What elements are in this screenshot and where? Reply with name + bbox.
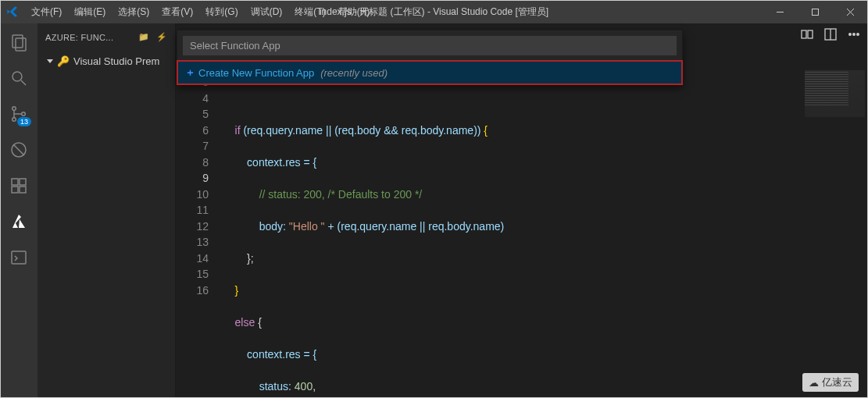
- svg-rect-19: [808, 30, 813, 38]
- azure-icon[interactable]: [8, 211, 30, 233]
- svg-point-8: [13, 107, 16, 111]
- terminal-panel-icon[interactable]: [8, 247, 30, 268]
- svg-point-9: [13, 118, 16, 122]
- plus-icon: ＋: [185, 66, 195, 80]
- lightning-action-icon[interactable]: ⚡: [156, 32, 167, 42]
- debug-icon[interactable]: [8, 139, 30, 161]
- window-title: index.js - 无标题 (工作区) - Visual Studio Cod…: [320, 5, 548, 19]
- svg-line-7: [21, 80, 26, 85]
- svg-rect-13: [12, 179, 18, 185]
- source-control-icon[interactable]: 13: [8, 103, 30, 125]
- menu-selection[interactable]: 选择(S): [112, 0, 155, 23]
- editor-actions: [801, 28, 860, 44]
- svg-rect-14: [20, 179, 26, 185]
- more-actions-icon[interactable]: [848, 28, 860, 44]
- command-palette: Select Function App ＋ Create New Functio…: [177, 30, 683, 85]
- close-button[interactable]: [833, 0, 868, 23]
- svg-rect-1: [813, 9, 819, 15]
- menu-debug[interactable]: 调试(D): [245, 0, 289, 23]
- code-line: [223, 91, 802, 107]
- scm-badge: 13: [17, 117, 31, 126]
- svg-line-12: [13, 144, 24, 155]
- window-controls: [763, 0, 868, 23]
- explorer-icon[interactable]: [8, 31, 30, 53]
- minimap[interactable]: [802, 23, 868, 398]
- svg-rect-16: [20, 187, 26, 193]
- code-line: // status: 200, /* Defaults to 200 */: [223, 187, 802, 203]
- code-line: if (req.query.name || (req.body && req.b…: [223, 123, 802, 139]
- code-line: body: "Hello " + (req.query.name || req.…: [223, 219, 802, 235]
- svg-point-6: [13, 72, 22, 81]
- menu-go[interactable]: 转到(G): [199, 0, 244, 23]
- side-bar: AZURE: FUNC... 📁 ⚡ 🔑 Visual Studio Prem: [38, 23, 176, 398]
- svg-rect-18: [802, 30, 806, 38]
- svg-rect-4: [13, 35, 23, 48]
- subscription-tree-item[interactable]: 🔑 Visual Studio Prem: [38, 54, 175, 69]
- folder-action-icon[interactable]: 📁: [138, 32, 149, 42]
- menu-edit[interactable]: 编辑(E): [68, 0, 112, 23]
- subscription-label: Visual Studio Prem: [73, 55, 159, 67]
- command-palette-item-create-function-app[interactable]: ＋ Create New Function App (recently used…: [177, 61, 682, 84]
- code-line: };: [223, 251, 802, 267]
- code-line: context.res = {: [223, 155, 802, 171]
- extensions-icon[interactable]: [8, 175, 30, 197]
- menu-file[interactable]: 文件(F): [25, 0, 68, 23]
- svg-point-24: [857, 34, 859, 36]
- minimize-button[interactable]: [763, 0, 798, 23]
- code-line: else {: [223, 314, 802, 331]
- svg-rect-15: [12, 187, 18, 193]
- watermark: ☁ 亿速云: [802, 373, 859, 392]
- activity-bar: 13: [0, 23, 38, 398]
- svg-point-10: [22, 112, 26, 116]
- cloud-icon: ☁: [809, 377, 819, 389]
- svg-point-22: [849, 34, 852, 36]
- command-item-hint: (recently used): [320, 67, 388, 79]
- sidebar-title: AZURE: FUNC...: [45, 33, 134, 42]
- code-line: status: 400,: [223, 378, 802, 395]
- code-line: context.res = {: [223, 346, 802, 363]
- maximize-button[interactable]: [798, 0, 833, 23]
- search-icon[interactable]: [8, 67, 30, 89]
- vscode-logo-icon: [0, 5, 25, 18]
- command-palette-input[interactable]: Select Function App: [183, 36, 677, 55]
- svg-point-23: [853, 34, 855, 36]
- open-changes-icon[interactable]: [801, 28, 813, 44]
- split-editor-icon[interactable]: [824, 28, 837, 44]
- svg-rect-17: [12, 251, 26, 264]
- code-line: }: [223, 283, 802, 299]
- key-icon: 🔑: [57, 55, 70, 67]
- svg-rect-5: [16, 38, 26, 51]
- menu-view[interactable]: 查看(V): [155, 0, 199, 23]
- chevron-down-icon: [47, 59, 53, 63]
- sidebar-header: AZURE: FUNC... 📁 ⚡: [38, 23, 175, 51]
- command-item-label: Create New Function App: [198, 67, 314, 79]
- title-bar: 文件(F) 编辑(E) 选择(S) 查看(V) 转到(G) 调试(D) 终端(T…: [0, 0, 868, 23]
